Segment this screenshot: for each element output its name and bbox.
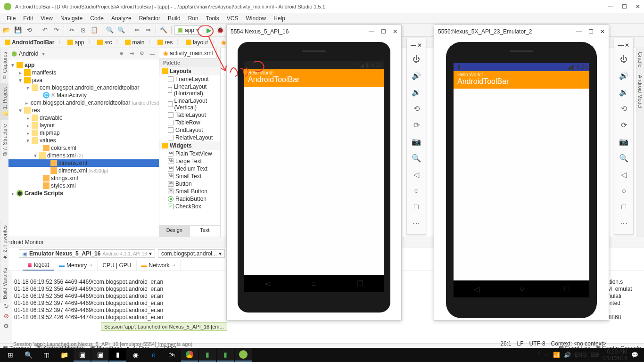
palette-textview[interactable]: AbPlain TextView bbox=[159, 150, 220, 157]
menu-help[interactable]: Help bbox=[270, 14, 289, 23]
emu1-min[interactable]: — bbox=[369, 28, 374, 35]
tree-java[interactable]: ▼java bbox=[8, 76, 159, 84]
tree-colors[interactable]: colors.xml bbox=[8, 144, 159, 152]
taskbar-cmd[interactable]: ▮ bbox=[109, 348, 126, 362]
tray-keyboard-icon[interactable]: ⌨ bbox=[591, 352, 599, 358]
gear-icon[interactable]: ⚙ bbox=[138, 50, 146, 58]
taskbar-store[interactable]: 🛍 bbox=[163, 348, 180, 362]
menu-view[interactable]: View bbox=[37, 14, 57, 23]
rotate-right-icon[interactable]: ⟳ bbox=[614, 117, 633, 133]
restart-icon[interactable]: ↻ bbox=[4, 303, 9, 310]
emu1-recent-icon[interactable]: ☐ bbox=[357, 279, 363, 288]
scroll-from-source-icon[interactable]: ⊕ bbox=[117, 50, 125, 58]
tray-up-icon[interactable]: ˄ bbox=[537, 352, 540, 358]
emu1-title[interactable]: 5554:Nexus_5_API_16—☐✕ bbox=[227, 25, 401, 38]
palette-gridlayout[interactable]: GridLayout bbox=[159, 126, 220, 134]
emu2-back-icon[interactable]: ◁ bbox=[474, 285, 479, 294]
taskbar-emu2[interactable]: ▮ bbox=[217, 348, 234, 362]
emu2-ctrl-min[interactable]: — bbox=[618, 42, 624, 49]
camera-icon[interactable]: 📷 bbox=[407, 133, 426, 150]
collapse-icon[interactable]: ⇥ bbox=[128, 50, 135, 58]
palette-tablelayout[interactable]: TableLayout bbox=[159, 111, 220, 119]
hide-icon[interactable]: — bbox=[149, 50, 156, 58]
design-tab[interactable]: Design bbox=[159, 226, 190, 237]
editor-tab-activity[interactable]: ◉activity_main.xml bbox=[159, 48, 217, 58]
emu2-home-icon[interactable]: ○ bbox=[520, 285, 524, 293]
debug-button[interactable]: 🐞 bbox=[215, 25, 225, 35]
volume-down-icon[interactable]: 🔉 bbox=[407, 84, 426, 100]
search-icon[interactable]: 🔍 bbox=[20, 348, 37, 362]
more-icon[interactable]: ⋯ bbox=[614, 215, 633, 231]
tree-values[interactable]: ▼values bbox=[8, 137, 159, 144]
sidetab-build-variants[interactable]: Build Variants bbox=[0, 264, 8, 303]
back-icon[interactable]: ⇐ bbox=[132, 25, 141, 35]
redo-icon[interactable]: ↷ bbox=[51, 25, 61, 35]
copy-icon[interactable]: ⎘ bbox=[78, 25, 88, 35]
tree-mainactivity[interactable]: CⓐMainActivity bbox=[8, 91, 159, 99]
tree-manifests[interactable]: ▸manifests bbox=[8, 69, 159, 76]
nav-home-icon[interactable]: ○ bbox=[407, 183, 426, 199]
emu2-min[interactable]: — bbox=[576, 28, 582, 35]
text-tab[interactable]: Text bbox=[190, 226, 221, 237]
taskbar-explorer[interactable]: 📁 bbox=[56, 348, 73, 362]
rotate-left-icon[interactable]: ⟲ bbox=[614, 100, 633, 117]
tree-drawable[interactable]: ▸drawable bbox=[8, 114, 159, 122]
tree-mipmap[interactable]: ▸mipmap bbox=[8, 129, 159, 137]
palette-tablerow[interactable]: TableRow bbox=[159, 119, 220, 126]
palette-checkbox[interactable]: ✓CheckBox bbox=[159, 203, 220, 210]
encoding[interactable]: UTF-8 bbox=[529, 340, 545, 347]
tree-pkg1[interactable]: ▼com.blogspot.android_er.androidtoolbar bbox=[8, 84, 159, 91]
nav-recent-icon[interactable]: □ bbox=[407, 199, 426, 215]
start-button[interactable]: ⊞ bbox=[2, 348, 19, 362]
bc-layout[interactable]: layout bbox=[184, 39, 210, 46]
menu-refactor[interactable]: Refactor bbox=[135, 14, 164, 23]
sidetab-project[interactable]: 📁 1: Project bbox=[0, 83, 8, 121]
palette-smallbutton[interactable]: OKSmall Button bbox=[159, 188, 220, 195]
window-maximize[interactable]: ☐ bbox=[622, 3, 627, 10]
taskbar-edge[interactable]: e bbox=[145, 348, 162, 362]
emu2-title[interactable]: 5556:Nexus_5X_API_23_Emulator_2—☐✕ bbox=[434, 25, 609, 38]
tray-battery-icon[interactable]: ▭ bbox=[544, 352, 549, 358]
palette-linearlayout-v[interactable]: LinearLayout (Vertical) bbox=[159, 97, 220, 111]
sidetab-android-model[interactable]: Android Model bbox=[636, 71, 644, 112]
emu1-back-icon[interactable]: ◅ bbox=[264, 279, 270, 288]
more-icon[interactable]: ⋯ bbox=[407, 215, 426, 231]
palette-radiobutton[interactable]: RadioButton bbox=[159, 195, 220, 203]
rotate-right-icon[interactable]: ⟳ bbox=[407, 117, 426, 133]
context[interactable]: Context: <no context> bbox=[551, 340, 606, 347]
bc-app[interactable]: app bbox=[66, 39, 86, 46]
tree-gradle[interactable]: ▸⬢Gradle Scripts bbox=[8, 189, 159, 197]
power-icon[interactable]: ⏻ bbox=[614, 51, 633, 67]
emu2-ctrl-close[interactable]: ✕ bbox=[625, 42, 629, 49]
tree-dimens2[interactable]: dimens.xml (w820dp) bbox=[8, 167, 159, 174]
palette-relativelayout[interactable]: RelativeLayout bbox=[159, 134, 220, 141]
menu-build[interactable]: Build bbox=[164, 14, 184, 23]
tray-volume-icon[interactable]: 🔊 bbox=[564, 352, 571, 358]
sidetab-structure[interactable]: ⧉ 7: Structure bbox=[0, 120, 8, 160]
emu1-max[interactable]: ☐ bbox=[381, 28, 386, 35]
settings-log-icon[interactable]: ⚙ bbox=[3, 322, 9, 329]
sidetab-captures[interactable]: ⎙ Captures bbox=[0, 48, 8, 83]
tab-logcat[interactable]: ≣logcat bbox=[23, 260, 54, 271]
bc-src[interactable]: src bbox=[95, 39, 114, 46]
sync-icon[interactable]: ⟲ bbox=[25, 25, 34, 35]
menu-window[interactable]: Window bbox=[242, 14, 270, 23]
tab-cpu[interactable]: CPU | GPU bbox=[98, 260, 136, 271]
zoom-icon[interactable]: 🔍 bbox=[614, 150, 633, 166]
volume-up-icon[interactable]: 🔊 bbox=[407, 67, 426, 84]
project-view-select[interactable]: ⬢Android▾ bbox=[11, 50, 45, 58]
tab-network[interactable]: ▬Network⇢ bbox=[137, 260, 181, 271]
bc-res[interactable]: res bbox=[156, 39, 174, 46]
menu-tools[interactable]: Tools bbox=[202, 14, 223, 23]
palette-linearlayout-h[interactable]: LinearLayout (Horizontal) bbox=[159, 83, 220, 97]
taskbar-chrome[interactable]: ◉ bbox=[127, 348, 144, 362]
menu-edit[interactable]: Edit bbox=[19, 14, 37, 23]
tree-strings[interactable]: strings.xml bbox=[8, 174, 159, 182]
cut-icon[interactable]: ✂ bbox=[67, 25, 76, 35]
sidetab-gradle[interactable]: Gradle bbox=[636, 48, 644, 71]
palette-mediumtext[interactable]: AbMedium Text bbox=[159, 165, 220, 173]
tree-layout[interactable]: ▸layout bbox=[8, 122, 159, 129]
taskbar-studio[interactable] bbox=[235, 348, 252, 362]
save-icon[interactable]: 💾 bbox=[13, 25, 23, 35]
power-icon[interactable]: ⏻ bbox=[407, 51, 426, 67]
